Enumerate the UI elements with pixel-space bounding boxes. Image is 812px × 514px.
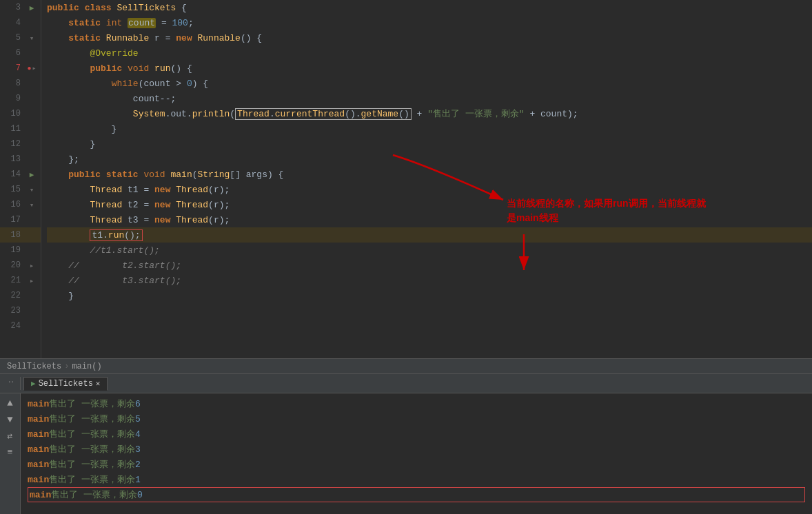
code-line-6: @Override xyxy=(47,45,812,61)
annotation-text: 当前线程的名称，如果用run调用，当前线程就 是main线程 xyxy=(507,196,706,225)
line-num-15: 15 xyxy=(0,185,26,194)
line-num-13: 13 xyxy=(0,154,26,164)
line-num-5: 5 xyxy=(0,33,26,43)
code-line-11: } xyxy=(47,121,812,136)
console-left-gutter: : xyxy=(7,377,21,390)
code-line-3: public class SellTickets { xyxy=(47,0,812,15)
code-line-23 xyxy=(47,303,812,318)
code-content: public class SellTickets { static int co… xyxy=(41,0,812,358)
line-num-10: 10 xyxy=(0,109,26,119)
console-tab-icon: ▶ xyxy=(31,379,36,388)
console-line-6: main售出了 一张票，剩余1 xyxy=(28,472,805,487)
status-class: SellTickets xyxy=(7,362,61,371)
code-line-8: while(count > 0) { xyxy=(47,76,812,91)
run-icon-14[interactable]: ▶ xyxy=(26,170,37,179)
code-line-15: Thread t1 = new Thread(r); xyxy=(47,182,812,197)
code-line-19: //t1.start(); xyxy=(47,243,812,258)
line-num-11: 11 xyxy=(0,124,26,134)
scroll-up-button[interactable]: ▲ xyxy=(6,396,14,410)
annotation-line-2: 是main线程 xyxy=(507,211,706,225)
code-line-14: public static void main(String[] args) { xyxy=(47,167,812,182)
stop-button[interactable]: ≡ xyxy=(6,446,14,459)
gutter: 3▶ 4 5▾ 6 7●▸ 8 9 10 11 12 13 14▶ 15▾ xyxy=(0,0,41,358)
line-num-24: 24 xyxy=(0,321,26,331)
status-bar: SellTickets › main() xyxy=(0,358,812,373)
code-line-21: // t3.start(); xyxy=(47,273,812,288)
code-line-5: static Runnable r = new Runnable() { xyxy=(47,30,812,45)
code-line-24 xyxy=(47,318,812,333)
line-num-16: 16 xyxy=(0,200,26,209)
line-num-22: 22 xyxy=(0,291,26,300)
run-icon-3[interactable]: ▶ xyxy=(26,3,37,12)
code-line-4: static int count = 100; xyxy=(47,15,812,30)
console-line-1: main售出了 一张票，剩余6 xyxy=(28,396,805,411)
code-line-20: // t2.start(); xyxy=(47,258,812,273)
console-area: : ▶ SellTickets ✕ ▲ ▼ ⇄ ≡ main售出了 一张票，剩余… xyxy=(0,373,812,514)
fold-icon-20[interactable]: ▸ xyxy=(26,261,37,270)
line-num-7: 7 xyxy=(0,63,26,73)
console-tab-label: SellTickets xyxy=(39,379,93,389)
console-line-2: main售出了 一张票，剩余5 xyxy=(28,411,805,426)
line-num-18: 18 xyxy=(0,230,26,240)
line-num-19: 19 xyxy=(0,245,26,255)
fold-icon-15[interactable]: ▾ xyxy=(26,185,37,194)
annotation-line-1: 当前线程的名称，如果用run调用，当前线程就 xyxy=(507,196,706,211)
count-highlight: count xyxy=(128,18,156,28)
line-num-17: 17 xyxy=(0,215,26,225)
code-line-22: } xyxy=(47,288,812,303)
code-line-10: System.out.println(Thread.currentThread(… xyxy=(47,106,812,121)
console-body: ▲ ▼ ⇄ ≡ main售出了 一张票，剩余6 main售出了 一张票，剩余5 … xyxy=(0,393,812,514)
code-line-7: public void run() { xyxy=(47,61,812,76)
line-num-23: 23 xyxy=(0,306,26,316)
code-line-9: count--; xyxy=(47,91,812,106)
line-num-21: 21 xyxy=(0,276,26,285)
console-output: main售出了 一张票，剩余6 main售出了 一张票，剩余5 main售出了 … xyxy=(21,393,812,514)
console-line-7-last: main售出了 一张票，剩余0 xyxy=(28,487,805,502)
code-line-18: t1.run(); xyxy=(47,227,812,243)
line-num-6: 6 xyxy=(0,48,26,58)
line-num-12: 12 xyxy=(0,139,26,149)
fold-icon-16[interactable]: ▾ xyxy=(26,201,37,209)
line-num-4: 4 xyxy=(0,18,26,28)
status-method: main() xyxy=(72,362,101,371)
console-sidebar: ▲ ▼ ⇄ ≡ xyxy=(0,393,21,514)
console-tab-selltickets[interactable]: ▶ SellTickets ✕ xyxy=(23,377,108,391)
fold-icon-5[interactable]: ▾ xyxy=(26,34,37,43)
code-line-13: }; xyxy=(47,152,812,167)
console-tab-close[interactable]: ✕ xyxy=(96,379,101,388)
line-num-14: 14 xyxy=(0,169,26,179)
editor-area: 3▶ 4 5▾ 6 7●▸ 8 9 10 11 12 13 14▶ 15▾ xyxy=(0,0,812,358)
console-line-3: main售出了 一张票，剩余4 xyxy=(28,426,805,442)
rerun-button[interactable]: ⇄ xyxy=(6,429,14,443)
scroll-down-button[interactable]: ▼ xyxy=(6,413,14,426)
console-header: : ▶ SellTickets ✕ xyxy=(0,374,812,393)
line-num-9: 9 xyxy=(0,94,26,103)
breadcrumb-separator: › xyxy=(64,362,69,371)
line-num-8: 8 xyxy=(0,79,26,88)
fold-icon-21[interactable]: ▸ xyxy=(26,276,37,285)
code-line-12: } xyxy=(47,136,812,152)
console-line-4: main售出了 一张票，剩余3 xyxy=(28,442,805,457)
line-num-3: 3 xyxy=(0,3,26,12)
line-num-20: 20 xyxy=(0,260,26,270)
console-line-5: main售出了 一张票，剩余2 xyxy=(28,457,805,472)
